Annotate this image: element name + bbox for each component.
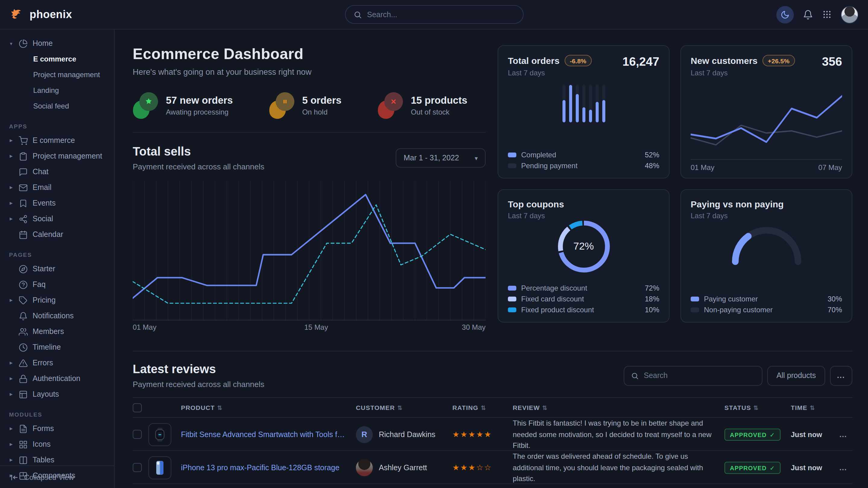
column-header-rating[interactable]: RATING⇅: [453, 404, 513, 411]
row-more-button[interactable]: …: [839, 430, 852, 439]
sidebar-item-landing[interactable]: Landing: [8, 83, 114, 98]
column-header-review[interactable]: REVIEW⇅: [513, 404, 724, 411]
mail-icon: [19, 183, 28, 192]
sidebar-item-timeline[interactable]: Timeline: [8, 339, 114, 355]
share-icon: [19, 214, 28, 223]
cart-icon: [19, 136, 28, 145]
calendar-icon: [19, 230, 28, 239]
sidebar-section-label: MODULES: [9, 411, 114, 418]
sidebar-item-e-commerce[interactable]: E commerce: [8, 51, 114, 67]
avatar: [356, 459, 373, 476]
search-icon: [353, 10, 362, 19]
sort-icon: ⇅: [217, 404, 223, 411]
apps-menu-button[interactable]: [822, 10, 832, 19]
caret-right-icon: ▶: [8, 426, 14, 431]
total-sells-title: Total sells: [133, 145, 264, 159]
card-title: New customers: [691, 56, 757, 66]
column-header-status[interactable]: STATUS⇅: [724, 404, 791, 411]
global-search[interactable]: [345, 5, 523, 24]
sidebar-item-members[interactable]: Members: [8, 324, 114, 339]
warning-icon: [19, 358, 28, 367]
caret-right-icon: ▶: [8, 458, 14, 462]
caret-right-icon: ▶: [8, 298, 14, 303]
total-orders-bar-chart: [562, 85, 605, 122]
theme-toggle-button[interactable]: [776, 6, 794, 23]
sort-icon: ⇅: [481, 404, 486, 411]
total-sells-x-axis: 01 May 15 May 30 May: [133, 323, 486, 334]
table-icon: [19, 455, 28, 464]
notifications-button[interactable]: [803, 9, 813, 20]
sidebar-item-layouts[interactable]: ▶Layouts: [8, 386, 114, 402]
sidebar-item-icons[interactable]: ▶Icons: [8, 436, 114, 452]
product-thumbnail[interactable]: [148, 423, 171, 446]
top-coupons-legend: Percentage discount72%Fixed card discoun…: [508, 283, 659, 315]
icons-icon: [19, 440, 28, 449]
review-time: Just now: [791, 430, 839, 439]
sidebar-item-email[interactable]: ▶Email: [8, 180, 114, 195]
reviews-search-input[interactable]: [644, 371, 755, 380]
row-more-button[interactable]: …: [839, 463, 852, 472]
sidebar-item-authentication[interactable]: ▶Authentication: [8, 371, 114, 386]
sidebar-item-notifications[interactable]: Notifications: [8, 308, 114, 324]
product-link[interactable]: Fitbit Sense Advanced Smartwatch with To…: [181, 430, 356, 439]
sidebar-item-chat[interactable]: Chat: [8, 164, 114, 180]
compass-icon: [19, 264, 28, 273]
select-all-checkbox[interactable]: [133, 403, 142, 412]
order-stats-row: 57 new ordersAwating processing5 ordersO…: [133, 92, 486, 119]
product-thumbnail[interactable]: [148, 456, 171, 479]
sidebar-item-project-management[interactable]: Project management: [8, 67, 114, 83]
column-header-time[interactable]: TIME⇅: [791, 404, 839, 411]
lock-icon: [19, 374, 28, 383]
card-period: Last 7 days: [508, 69, 592, 77]
column-header-product[interactable]: PRODUCT⇅: [181, 404, 356, 411]
all-products-button[interactable]: All products: [768, 366, 825, 386]
chat-icon: [19, 167, 28, 176]
table-row: iPhone 13 pro max-Pacific Blue-128GB sto…: [133, 451, 852, 484]
caret-right-icon: ▶: [8, 138, 14, 143]
sidebar-item-social-feed[interactable]: Social feed: [8, 98, 114, 114]
legend-item: Paying customer30%: [691, 294, 842, 304]
sidebar-item-starter[interactable]: Starter: [8, 261, 114, 277]
sidebar-item-faq[interactable]: Faq: [8, 277, 114, 292]
date-range-select[interactable]: Mar 1 - 31, 2022 ▾: [396, 148, 486, 168]
product-link[interactable]: iPhone 13 pro max-Pacific Blue-128GB sto…: [181, 464, 356, 472]
column-header-customer[interactable]: CUSTOMER⇅: [356, 404, 453, 411]
table-header-row: PRODUCT⇅ CUSTOMER⇅ RATING⇅ REVIEW⇅ STATU…: [133, 397, 852, 418]
user-avatar[interactable]: [841, 6, 858, 23]
legend-item: Fixed card discount18%: [508, 294, 659, 304]
moon-icon: [780, 10, 789, 19]
pie-chart-icon: [19, 39, 28, 48]
legend-swatch: [691, 307, 699, 312]
sidebar-item-social[interactable]: ▶Social: [8, 211, 114, 227]
x-tick: 01 May: [133, 323, 157, 331]
sidebar-item-home[interactable]: ▼Home: [8, 36, 114, 51]
total-orders-legend: Completed52%Pending payment48%: [508, 150, 659, 171]
row-checkbox[interactable]: [133, 463, 142, 472]
bar: [595, 85, 598, 122]
customer-cell: Ashley Garrett: [356, 459, 453, 476]
legend-item: Non-paying customer70%: [691, 304, 842, 315]
card-period: Last 7 days: [691, 212, 842, 220]
collapsed-view-toggle[interactable]: Collapsed View: [0, 465, 114, 488]
check-icon: ✓: [770, 464, 775, 471]
sidebar-item-errors[interactable]: ▶Errors: [8, 355, 114, 371]
caret-right-icon: ▶: [8, 360, 14, 365]
row-checkbox[interactable]: [133, 430, 142, 439]
sidebar-item-forms[interactable]: ▶Forms: [8, 421, 114, 436]
brand[interactable]: phoenix: [10, 7, 72, 22]
search-icon: [631, 372, 639, 380]
paying-gauge-chart: [728, 224, 804, 266]
sidebar-item-e-commerce[interactable]: ▶E commerce: [8, 133, 114, 148]
card-title: Paying vs non paying: [691, 199, 842, 209]
sidebar-item-calendar[interactable]: Calendar: [8, 227, 114, 242]
caret-right-icon: ▶: [8, 392, 14, 397]
global-search-input[interactable]: [367, 10, 515, 19]
legend-item: Fixed product discount10%: [508, 304, 659, 315]
reviews-search[interactable]: [624, 366, 763, 386]
more-options-button[interactable]: ...: [830, 366, 852, 386]
legend-swatch: [691, 297, 699, 301]
sidebar-item-project-management[interactable]: ▶Project management: [8, 148, 114, 164]
sidebar-item-pricing[interactable]: ▶Pricing: [8, 292, 114, 308]
sidebar-item-events[interactable]: ▶Events: [8, 195, 114, 211]
legend-swatch: [508, 153, 516, 157]
